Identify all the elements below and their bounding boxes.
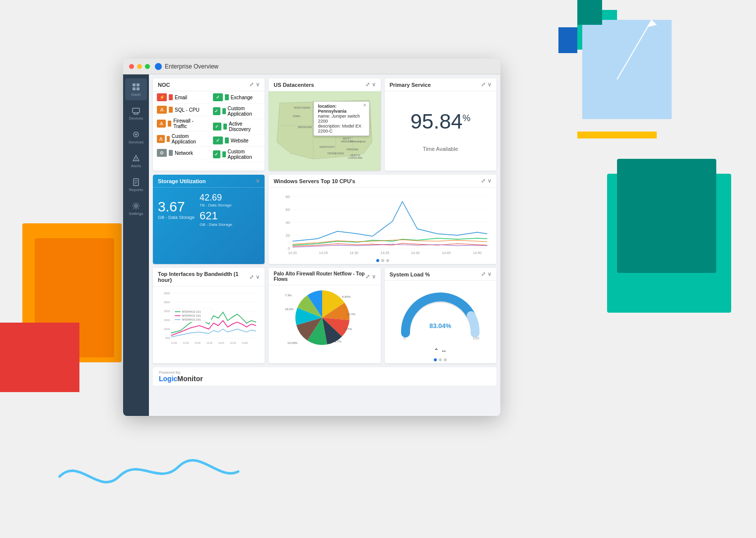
map-tooltip: ✕ location: Pennsylvania name: Juniper s… [313,101,369,136]
maximize-button[interactable] [145,64,150,69]
sidebar-item-dash[interactable]: Dash [125,78,147,100]
active-disc-status-badge: ✓ [213,123,221,131]
svg-text:15:00: 15:00 [242,342,248,344]
svg-text:TENNESSEE: TENNESSEE [327,152,344,155]
svg-text:IOWA: IOWA [293,115,300,118]
deco-red-rect [0,323,79,392]
svg-text:13:30: 13:30 [206,342,212,344]
svg-text:20: 20 [286,233,290,238]
website-color-bar [225,137,229,143]
firewall-header: Palo Alto Firewall Router Netflow - Top … [269,268,380,285]
devices-icon [132,106,140,115]
sidebar-item-reports[interactable]: Reports [125,174,147,196]
svg-text:14:25: 14:25 [319,251,328,255]
minimize-button[interactable] [137,64,142,69]
cpu-chart-controls[interactable]: ⤢ ∨ [481,178,491,184]
custom-app2-label: Custom Application [228,106,261,117]
cpu-chart-widget: Windows Servers Top 10 CPU's ⤢ ∨ [269,175,496,264]
map-header: US Datacenters ⤢ ∨ [269,78,380,91]
deco-wave [60,437,238,508]
svg-text:100: 100 [473,336,480,340]
svg-text:14:40: 14:40 [411,251,420,255]
svg-text:9.7%: 9.7% [335,340,342,343]
sidebar-item-settings[interactable]: Settings [125,198,147,219]
alerts-icon [132,154,140,163]
svg-text:13.09%: 13.09% [287,341,298,344]
map-widget: US Datacenters ⤢ ∨ [269,78,380,171]
custom-app2-status-badge: ✓ [213,107,221,115]
primary-service-value: 95.84% [411,110,471,133]
close-button[interactable] [129,64,134,69]
svg-text:0: 0 [288,246,290,251]
sidebar: Dash Devices [123,74,149,416]
firewall-widget: Palo Alto Firewall Router Netflow - Top … [269,268,380,363]
svg-rect-2 [133,83,136,86]
exchange-color-bar [225,94,229,100]
custom-app3-status-badge: ✓ [213,150,221,158]
storage-value-2: 621 GB - Data Storage [200,209,232,227]
deco-teal2 [577,0,602,25]
deco-blue-rect [558,27,577,53]
tooltip-close[interactable]: ✕ [363,103,367,108]
app-body: Dash Devices [123,74,500,416]
svg-text:1500: 1500 [164,319,170,322]
noc-item-custom-app: ⚠ Custom Application [153,132,209,147]
svg-text:14:35: 14:35 [381,251,390,255]
noc-item-custom-app3: ✓ Custom Application [209,147,265,162]
sidebar-item-alerts[interactable]: Alerts [125,150,147,172]
svg-text:WISCONSIN: WISCONSIN [294,106,311,109]
cpu-chart-header: Windows Servers Top 10 CPU's ⤢ ∨ [269,175,496,188]
storage-controls[interactable]: ∨ [256,178,260,184]
svg-rect-3 [137,83,139,86]
sql-label: SQL - CPU [175,107,200,113]
noc-item-firewall: ⚠ Firewall - Traffic [153,116,209,132]
svg-text:14:20: 14:20 [288,251,297,255]
svg-text:14:30: 14:30 [230,342,236,344]
svg-text:14:50: 14:50 [473,251,482,255]
active-disc-label: Active Discovery [229,121,261,132]
bandwidth-controls[interactable]: ⤢ ∨ [249,274,260,280]
sysload-widget: System Load % ⤢ ∨ [385,268,496,363]
svg-text:INTERFACE 1/3/1: INTERFACE 1/3/1 [182,319,201,321]
email-label: Email [175,95,187,100]
firewall-pie-container: 8.94% 15.4% 11.5% 9.7% 13.09% 18.6% 7.3% [269,285,380,350]
app-title: Enterprise Overview [155,63,218,70]
svg-text:11.5%: 11.5% [344,328,352,331]
svg-point-13 [136,159,137,160]
svg-text:83.04%: 83.04% [429,322,452,330]
tooltip-description: description: Model EX 2200-C [318,124,365,134]
main-content[interactable]: NOC ⤢ ∨ ⚡ Email [149,74,500,416]
settings-icon [132,202,140,210]
noc-content: ⚡ Email ⚠ SQL - CPU ⚠ [153,91,265,162]
map-background: MICHIGAN ILLINOIS OHIO INDIANA IOWA MISS… [269,91,380,171]
noc-item-exchange: ✓ Exchange [209,91,265,104]
svg-text:VIRGINIA: VIRGINIA [346,148,359,151]
svg-text:VIRGINIA: VIRGINIA [341,140,353,143]
storage-header: Storage Utilization ∨ [153,175,265,188]
email-color-bar [169,94,173,100]
svg-text:2500: 2500 [164,301,170,304]
svg-point-11 [135,134,137,135]
indicator-2 [381,259,384,262]
noc-right-column: ✓ Exchange ✓ Custom Application ✓ [209,91,265,162]
noc-controls[interactable]: ⤢ ∨ [249,81,260,88]
services-icon [132,130,140,139]
svg-text:14:45: 14:45 [442,251,451,255]
sidebar-item-devices[interactable]: Devices [125,102,147,124]
map-controls[interactable]: ⤢ ∨ [365,81,376,88]
sidebar-item-services[interactable]: Services [125,126,147,148]
svg-text:12:30: 12:30 [183,342,189,344]
sysload-indicators: ⌃ ↔ [385,345,496,356]
indicator-1 [376,259,379,262]
svg-text:CAROLINA: CAROLINA [348,156,363,159]
active-disc-color-bar [223,124,227,130]
primary-service-controls[interactable]: ⤢ ∨ [481,81,491,88]
svg-text:KENTUCKY: KENTUCKY [320,145,335,148]
svg-text:INTERFACE 1/2/1: INTERFACE 1/2/1 [182,315,201,317]
sysload-controls[interactable]: ⤢ ∨ [481,271,491,277]
indicator-3 [386,259,389,262]
time-available-label: Time Available [423,146,458,152]
firewall-controls[interactable]: ⤢ ∨ [365,273,376,280]
footer: Powered By LogicMonitor [153,367,496,386]
svg-rect-4 [133,87,136,90]
